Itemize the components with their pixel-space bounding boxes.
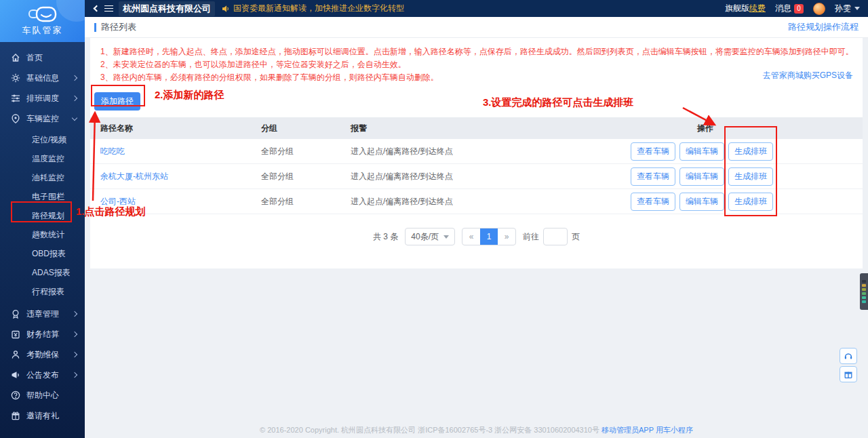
add-route-button[interactable]: 添加路径 <box>94 92 140 111</box>
widget-dot <box>862 292 866 295</box>
tip-line-2: 2、未安装定位器的车辆，也可以添加进路径中，等定位器安装好之后，会自动生效。 <box>100 58 808 71</box>
view-vehicles-button[interactable]: 查看车辆 <box>631 193 675 211</box>
sidebar-subitem-geofence[interactable]: 电子围栏 <box>0 187 85 206</box>
company-name[interactable]: 杭州圆点科技有限公司 <box>119 1 215 16</box>
route-group: 全部分组 <box>261 171 351 182</box>
edit-vehicles-button[interactable]: 编辑车辆 <box>679 193 724 211</box>
widget-dot <box>862 284 866 287</box>
chevron-right-icon <box>72 75 77 81</box>
col-header-route-name: 路径名称 <box>90 123 261 134</box>
sidebar-subitem-trip-count[interactable]: 趟数统计 <box>0 225 85 244</box>
sidebar-subitem-adas-report[interactable]: ADAS报表 <box>0 263 85 282</box>
finance-icon <box>11 330 20 339</box>
route-alarm: 进入起点/偏离路径/到达终点 <box>351 196 637 207</box>
chevron-right-icon <box>72 96 77 101</box>
location-pin-icon <box>11 114 20 123</box>
collapsed-widget[interactable] <box>860 273 868 310</box>
customer-service-button[interactable] <box>840 348 857 364</box>
announcement-text[interactable]: 国资委最新通知解读，加快推进企业数字化转型 <box>233 3 404 14</box>
renew-link[interactable]: 续费 <box>749 3 766 13</box>
messages-label: 消息 <box>775 3 791 14</box>
sidebar: 车队管家 首页 基础信息 <box>0 0 85 438</box>
rewards-button[interactable] <box>840 366 857 382</box>
car-logo-icon <box>27 5 58 23</box>
megaphone-icon <box>11 370 20 380</box>
edit-vehicles-button[interactable]: 编辑车辆 <box>679 167 724 186</box>
chevron-down-icon <box>72 115 77 120</box>
buy-gps-link[interactable]: 去管家商城购买GPS设备 <box>763 70 853 81</box>
generate-schedule-button[interactable]: 生成排班 <box>728 142 773 161</box>
tip-line-3: 3、路径内的车辆，必须有路径的分组权限，如果删除了车辆的分组，则路径内车辆自动删… <box>100 71 808 84</box>
page-size-select[interactable]: 40条/页 <box>405 228 455 245</box>
sidebar-item-help-center[interactable]: 帮助中心 <box>0 385 85 405</box>
route-name-link[interactable]: 公司-西站 <box>100 197 136 206</box>
tip-line-1: 1、新建路径时，先输入起点、终点，添加途经点，拖动图标可以细调位置。点击新增，输… <box>100 45 808 58</box>
goto-label: 前往 <box>523 231 539 243</box>
avatar[interactable] <box>813 3 825 15</box>
edit-vehicles-button[interactable]: 编辑车辆 <box>679 142 724 161</box>
goto-page-input[interactable] <box>543 228 568 245</box>
goto-page: 前往 页 <box>523 228 580 245</box>
route-flow-guide-link[interactable]: 路径规划操作流程 <box>788 21 859 33</box>
col-header-group: 分组 <box>261 123 351 134</box>
usage-tips: 1、新建路径时，先输入起点、终点，添加途经点，拖动图标可以细调位置。点击新增，输… <box>90 45 863 84</box>
sidebar-item-invite-rewards[interactable]: 邀请有礼 <box>0 405 85 426</box>
sidebar-item-label: 考勤维保 <box>26 349 73 361</box>
next-page-button[interactable]: » <box>498 228 515 245</box>
sliders-icon <box>11 94 20 103</box>
sidebar-subitem-obd-report[interactable]: OBD报表 <box>0 244 85 263</box>
sidebar-subitem-trip-report[interactable]: 行程报表 <box>0 282 85 301</box>
route-name-link[interactable]: 余杭大厦-杭州东站 <box>100 172 168 181</box>
route-alarm: 进入起点/偏离路径/到达终点 <box>351 171 637 182</box>
view-vehicles-button[interactable]: 查看车辆 <box>631 142 675 161</box>
mini-program-link[interactable]: 用车小程序 <box>656 426 693 434</box>
sidebar-subitem-fuel[interactable]: 油耗监控 <box>0 168 85 187</box>
current-page-button[interactable]: 1 <box>480 228 498 245</box>
sidebar-item-scheduling[interactable]: 排班调度 <box>0 88 85 108</box>
user-menu[interactable]: 孙雯 <box>835 3 860 14</box>
route-alarm: 进入起点/偏离路径/到达终点 <box>351 146 637 157</box>
sidebar-item-announcements[interactable]: 公告发布 <box>0 365 85 385</box>
topbar: 杭州圆点科技有限公司 国资委最新通知解读，加快推进企业数字化转型 旗舰版续费 消… <box>85 0 868 17</box>
route-group: 全部分组 <box>261 146 351 157</box>
collapse-sidebar-icon[interactable] <box>94 5 100 12</box>
generate-schedule-button[interactable]: 生成排班 <box>728 193 773 211</box>
generate-schedule-button[interactable]: 生成排班 <box>728 167 773 186</box>
page-size-value: 40条/页 <box>411 231 439 243</box>
route-table: 路径名称 分组 报警 操作 吃吃吃 全部分组 进入起点/偏离路径/到达终点 查看… <box>90 117 863 214</box>
page-title: 路径列表 <box>101 21 136 33</box>
sidebar-subitem-temperature[interactable]: 温度监控 <box>0 149 85 168</box>
sidebar-subitem-location-video[interactable]: 定位/视频 <box>0 130 85 149</box>
menu-list-icon[interactable] <box>104 5 113 12</box>
sidebar-item-violations[interactable]: 违章管理 <box>0 304 85 324</box>
goto-unit: 页 <box>572 231 580 243</box>
chevron-right-icon <box>72 332 77 337</box>
caret-down-icon <box>854 7 860 10</box>
messages[interactable]: 消息 0 <box>775 3 804 14</box>
speaker-icon <box>222 5 230 13</box>
sidebar-item-attendance[interactable]: 考勤维保 <box>0 344 85 365</box>
prev-page-button[interactable]: « <box>462 228 480 245</box>
sidebar-item-basic-info[interactable]: 基础信息 <box>0 68 85 88</box>
table-row: 公司-西站 全部分组 进入起点/偏离路径/到达终点 查看车辆 编辑车辆 生成排班 <box>90 189 863 214</box>
app-window: 车队管家 首页 基础信息 <box>0 0 868 438</box>
sidebar-subitem-route-planning[interactable]: 路径规划 <box>0 206 85 225</box>
sidebar-nav: 首页 基础信息 排班调度 <box>0 42 85 426</box>
user-name: 孙雯 <box>835 3 851 14</box>
sidebar-item-home[interactable]: 首页 <box>0 47 85 68</box>
sidebar-item-label: 首页 <box>26 52 77 64</box>
page-header: 路径列表 路径规划操作流程 <box>85 17 868 38</box>
view-vehicles-button[interactable]: 查看车辆 <box>631 167 675 186</box>
announcement-marquee: 国资委最新通知解读，加快推进企业数字化转型 <box>222 3 404 14</box>
admin-app-link[interactable]: 移动管理员APP <box>601 426 654 434</box>
pagination: 共 3 条 40条/页 « 1 » 前往 页 <box>90 228 863 245</box>
sidebar-item-label: 邀请有礼 <box>26 410 77 422</box>
sidebar-item-finance[interactable]: 财务结算 <box>0 324 85 344</box>
violation-badge-icon <box>11 309 20 319</box>
topbar-right: 旗舰版续费 消息 0 孙雯 <box>725 3 860 15</box>
sidebar-item-vehicle-monitoring[interactable]: 车辆监控 <box>0 108 85 129</box>
route-name-link[interactable]: 吃吃吃 <box>100 146 125 156</box>
plan-renew: 旗舰版续费 <box>725 3 766 14</box>
table-row: 余杭大厦-杭州东站 全部分组 进入起点/偏离路径/到达终点 查看车辆 编辑车辆 … <box>90 164 863 189</box>
title-accent-bar <box>94 23 96 32</box>
